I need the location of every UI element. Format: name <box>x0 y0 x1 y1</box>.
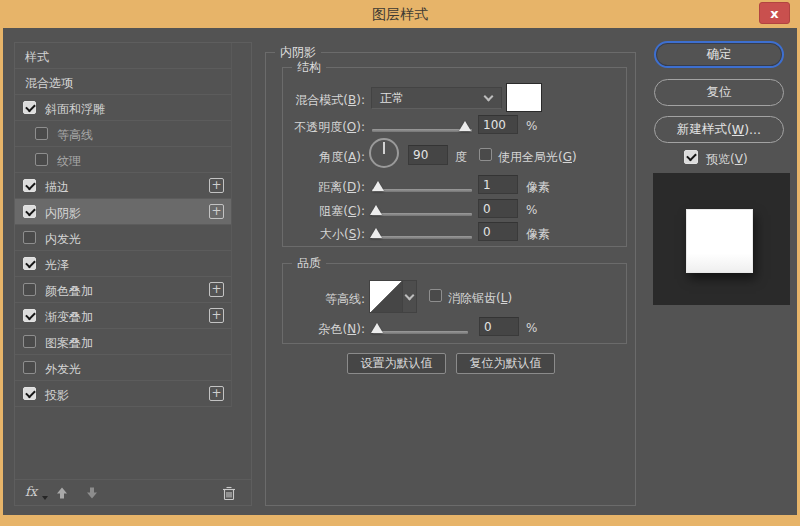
move-effect-up-button[interactable] <box>55 486 69 503</box>
choke-slider[interactable] <box>372 213 472 216</box>
delete-effect-button[interactable] <box>221 485 237 504</box>
layer-style-dialog: 图层样式 x 样式 混合选项 斜面和浮雕 等高线 <box>0 0 800 526</box>
add-instance-icon[interactable]: + <box>209 308 224 323</box>
opacity-unit: % <box>526 119 537 133</box>
opacity-slider-thumb[interactable] <box>459 121 471 131</box>
set-default-button[interactable]: 设置为默认值 <box>347 353 446 374</box>
add-instance-icon[interactable]: + <box>209 204 224 219</box>
angle-dial[interactable] <box>369 138 399 168</box>
contour-picker[interactable] <box>369 280 417 313</box>
list-item-inner-glow[interactable]: 内发光 <box>15 225 231 251</box>
add-instance-icon[interactable]: + <box>209 178 224 193</box>
preview-label: 预览(V) <box>706 151 748 168</box>
noise-label: 杂色(N): <box>283 321 365 338</box>
structure-legend: 结构 <box>292 59 326 76</box>
distance-label: 距离(D): <box>283 179 365 196</box>
titlebar[interactable]: 图层样式 x <box>0 0 800 28</box>
list-item-texture[interactable]: 纹理 <box>15 147 231 173</box>
opacity-input[interactable] <box>478 115 518 134</box>
angle-input[interactable] <box>408 145 448 165</box>
blend-mode-select[interactable]: 正常 <box>371 87 502 109</box>
list-item-stroke[interactable]: 描边 + <box>15 173 231 199</box>
list-item-drop-shadow[interactable]: 投影 + <box>15 381 231 407</box>
contour-dropdown-button[interactable] <box>402 281 416 312</box>
checkbox[interactable] <box>23 231 36 244</box>
angle-needle <box>383 142 385 154</box>
distance-unit: 像素 <box>526 179 550 196</box>
arrow-down-icon <box>85 486 99 500</box>
effects-toolbar: fx <box>15 479 251 505</box>
checkbox[interactable] <box>23 361 36 374</box>
checkbox[interactable] <box>35 127 48 140</box>
angle-label: 角度(A): <box>283 149 365 166</box>
list-item-satin[interactable]: 光泽 <box>15 251 231 277</box>
checkbox[interactable] <box>23 335 36 348</box>
close-button[interactable]: x <box>759 2 790 24</box>
shadow-color-swatch[interactable] <box>506 83 542 112</box>
list-item-pattern-overlay[interactable]: 图案叠加 <box>15 329 231 355</box>
distance-slider-thumb[interactable] <box>372 181 384 191</box>
blend-mode-value: 正常 <box>380 91 404 105</box>
checkbox[interactable] <box>23 179 36 192</box>
size-label: 大小(S): <box>283 226 365 243</box>
list-item-label: 纹理 <box>57 153 81 170</box>
choke-slider-thumb[interactable] <box>370 205 382 215</box>
noise-slider-thumb[interactable] <box>371 323 383 333</box>
checkbox[interactable] <box>23 101 36 114</box>
list-scrollbar[interactable] <box>232 43 251 478</box>
chevron-down-icon <box>484 92 494 102</box>
checkbox[interactable] <box>35 153 48 166</box>
reset-default-button[interactable]: 复位为默认值 <box>456 353 555 374</box>
size-slider-thumb[interactable] <box>370 228 382 238</box>
style-list-panel: 样式 混合选项 斜面和浮雕 等高线 纹理 <box>14 42 252 506</box>
ok-button[interactable]: 确定 <box>654 41 784 68</box>
new-style-button[interactable]: 新建样式(W)... <box>654 116 784 143</box>
list-item-label: 内阴影 <box>45 205 81 222</box>
list-item-outer-glow[interactable]: 外发光 <box>15 355 231 381</box>
list-item-label: 渐变叠加 <box>45 309 93 326</box>
list-item-label: 图案叠加 <box>45 335 93 352</box>
noise-slider[interactable] <box>373 331 468 334</box>
list-item-blending-options[interactable]: 混合选项 <box>15 69 231 95</box>
antialias-checkbox[interactable] <box>429 289 442 302</box>
global-light-label: 使用全局光(G) <box>498 149 577 166</box>
opacity-slider[interactable] <box>372 129 472 132</box>
style-list-rows: 样式 混合选项 斜面和浮雕 等高线 纹理 <box>15 43 232 407</box>
fx-caret-icon <box>42 496 48 500</box>
checkbox[interactable] <box>23 283 36 296</box>
distance-slider[interactable] <box>372 189 472 192</box>
reset-button[interactable]: 复位 <box>654 79 784 106</box>
choke-input[interactable] <box>478 199 518 218</box>
checkbox[interactable] <box>23 205 36 218</box>
contour-thumbnail[interactable] <box>370 281 402 312</box>
list-item-contour[interactable]: 等高线 <box>15 121 231 147</box>
checkbox[interactable] <box>23 309 36 322</box>
list-item-gradient-overlay[interactable]: 渐变叠加 + <box>15 303 231 329</box>
size-input[interactable] <box>478 222 518 241</box>
move-effect-down-button[interactable] <box>85 486 99 503</box>
list-item-inner-shadow[interactable]: 内阴影 + <box>15 199 231 225</box>
preview-checkbox[interactable] <box>684 150 698 164</box>
fx-menu-button[interactable]: fx <box>25 484 37 499</box>
list-item-bevel-emboss[interactable]: 斜面和浮雕 <box>15 95 231 121</box>
list-item-color-overlay[interactable]: 颜色叠加 + <box>15 277 231 303</box>
list-item-label: 描边 <box>45 179 69 196</box>
dialog-body: 样式 混合选项 斜面和浮雕 等高线 纹理 <box>3 28 797 515</box>
angle-unit: 度 <box>455 149 467 166</box>
contour-label: 等高线: <box>283 291 365 308</box>
size-unit: 像素 <box>526 226 550 243</box>
list-item-label: 斜面和浮雕 <box>45 101 105 118</box>
chevron-down-icon <box>405 291 415 301</box>
noise-input[interactable] <box>479 317 519 336</box>
checkbox[interactable] <box>23 257 36 270</box>
add-instance-icon[interactable]: + <box>209 282 224 297</box>
close-icon: x <box>770 6 778 21</box>
list-item-styles[interactable]: 样式 <box>15 43 231 69</box>
structure-group: 结构 混合模式(B): 正常 不透明度(O): % 角度(A): <box>282 67 627 247</box>
checkbox[interactable] <box>23 387 36 400</box>
size-slider[interactable] <box>372 236 472 239</box>
distance-input[interactable] <box>478 175 518 194</box>
add-instance-icon[interactable]: + <box>209 386 224 401</box>
global-light-checkbox[interactable] <box>479 148 492 161</box>
list-item-label: 等高线 <box>57 127 93 144</box>
